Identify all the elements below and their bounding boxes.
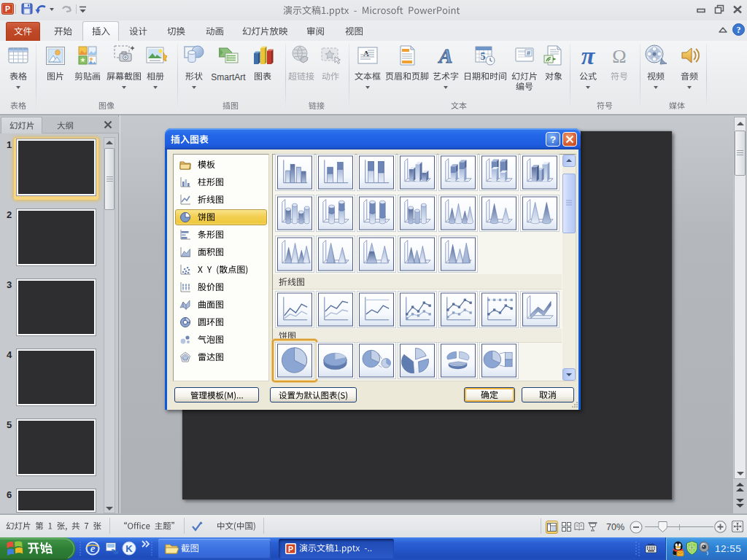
svg-text:e: e	[90, 542, 96, 554]
svg-text:?: ?	[737, 25, 741, 35]
svg-text:K: K	[125, 543, 133, 554]
svg-text:π: π	[581, 44, 596, 67]
svg-text:#: #	[527, 50, 530, 57]
svg-text:5: 5	[481, 51, 486, 62]
svg-text:A: A	[438, 44, 453, 67]
svg-text:P: P	[5, 4, 10, 13]
svg-text:Ω: Ω	[612, 46, 626, 67]
svg-text:?: ?	[550, 134, 556, 145]
svg-text:P: P	[288, 545, 293, 553]
